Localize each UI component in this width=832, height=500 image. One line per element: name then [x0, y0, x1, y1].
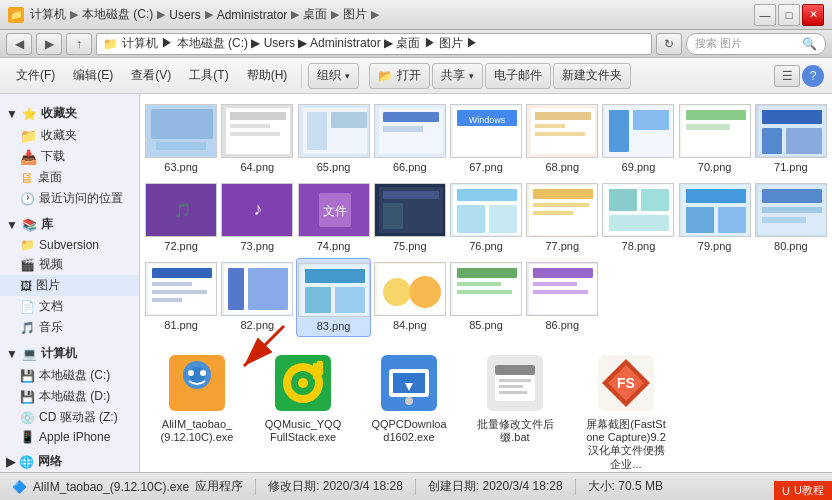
minimize-button[interactable]: —	[754, 4, 776, 26]
search-box[interactable]: 搜索 图片 🔍	[686, 33, 826, 55]
file-item-65[interactable]: 65.png	[296, 100, 370, 177]
sidebar-item-desktop[interactable]: 🖥 桌面	[0, 167, 139, 188]
sidebar-item-drive-z[interactable]: 💿 CD 驱动器 (Z:)	[0, 407, 139, 428]
sidebar-item-music[interactable]: 🎵 音乐	[0, 317, 139, 338]
qqmusic-icon	[271, 351, 335, 415]
file-item-75[interactable]: 75.png	[373, 179, 447, 256]
sidebar-item-iphone[interactable]: 📱 Apple iPhone	[0, 428, 139, 446]
new-folder-button[interactable]: 新建文件夹	[553, 63, 631, 89]
file-item-80[interactable]: 80.png	[754, 179, 828, 256]
up-button[interactable]: ↑	[66, 33, 92, 55]
address-path-field[interactable]: 📁 计算机 ▶ 本地磁盘 (C:) ▶ Users ▶ Administrato…	[96, 33, 652, 55]
status-icon: 🔷	[12, 480, 27, 494]
file-item-82[interactable]: 82.png	[220, 258, 294, 337]
qqmusic-name: QQMusic_YQQFullStack.exe	[263, 418, 343, 444]
modified-label: 修改日期: 2020/3/4 18:28	[268, 478, 403, 495]
sidebar-item-downloads[interactable]: 📥 下载	[0, 146, 139, 167]
sidebar-item-drive-c[interactable]: 💾 本地磁盘 (C:)	[0, 365, 139, 386]
file-item-81[interactable]: 81.png	[144, 258, 218, 337]
file-item-qqpcdownload[interactable]: QQPCDownload1602.exe	[364, 345, 454, 450]
file-item-faststone[interactable]: FS 屏幕截图(FastStone Capture)9.2汉化单文件便携企业..…	[576, 345, 676, 472]
sidebar-item-subversion[interactable]: 📁 Subversion	[0, 236, 139, 254]
file-item-67[interactable]: Windows 67.png	[449, 100, 523, 177]
sidebar-item-docs[interactable]: 📄 文档	[0, 296, 139, 317]
file-item-72[interactable]: 🎵 72.png	[144, 179, 218, 256]
back-button[interactable]: ◀	[6, 33, 32, 55]
watermark-text: U教程	[794, 483, 824, 498]
file-item-73[interactable]: ♪ 73.png	[220, 179, 294, 256]
email-button[interactable]: 电子邮件	[485, 63, 551, 89]
window-icon: 📁	[8, 7, 24, 23]
menu-help[interactable]: 帮助(H)	[239, 63, 296, 88]
close-button[interactable]: ✕	[802, 4, 824, 26]
file-item-86[interactable]: 86.png	[525, 258, 599, 337]
svg-rect-77	[152, 282, 192, 286]
menu-edit[interactable]: 编辑(E)	[65, 63, 121, 88]
aliim-icon	[165, 351, 229, 415]
file-name-81: 81.png	[148, 319, 214, 331]
svg-rect-87	[305, 287, 331, 313]
file-name-65: 65.png	[300, 161, 366, 173]
svg-point-109	[200, 370, 206, 376]
svg-text:文件: 文件	[323, 204, 347, 218]
svg-rect-52	[457, 205, 485, 233]
drive-c-icon: 💾	[20, 369, 35, 383]
open-button[interactable]: 📂 打开	[369, 63, 430, 89]
svg-rect-62	[641, 189, 669, 211]
svg-rect-11	[331, 112, 367, 128]
file-item-qqmusic[interactable]: QQMusic_YQQFullStack.exe	[258, 345, 348, 450]
file-item-79[interactable]: 79.png	[678, 179, 752, 256]
file-item-70[interactable]: 70.png	[678, 100, 752, 177]
music-icon: 🎵	[20, 321, 35, 335]
sidebar-network-header[interactable]: ▶ 🌐 网络	[0, 450, 139, 472]
sidebar-computer-header[interactable]: ▼ 💻 计算机	[0, 342, 139, 365]
file-item-71[interactable]: 71.png	[754, 100, 828, 177]
file-item-63[interactable]: 63.png	[144, 100, 218, 177]
file-item-76[interactable]: 76.png	[449, 179, 523, 256]
file-item-78[interactable]: 78.png	[601, 179, 675, 256]
file-name-77: 77.png	[529, 240, 595, 252]
menu-view[interactable]: 查看(V)	[123, 63, 179, 88]
main-content: ▼ ⭐ 收藏夹 📁 收藏夹 📥 下载 🖥 桌面 🕐 最近访问的位置	[0, 94, 832, 472]
share-button[interactable]: 共享 ▾	[432, 63, 483, 89]
svg-rect-35	[762, 110, 822, 124]
sidebar-item-recent[interactable]: 🕐 最近访问的位置	[0, 188, 139, 209]
organize-button[interactable]: 组织 ▾	[308, 63, 359, 89]
sidebar-favorites-header[interactable]: ▼ ⭐ 收藏夹	[0, 102, 139, 125]
file-item-64[interactable]: 64.png	[220, 100, 294, 177]
search-icon[interactable]: 🔍	[802, 37, 817, 51]
file-grid-area: 63.png 64.png 65.png 66.png	[140, 94, 832, 472]
menu-tools[interactable]: 工具(T)	[181, 63, 236, 88]
svg-rect-125	[499, 385, 523, 388]
forward-button[interactable]: ▶	[36, 33, 62, 55]
file-item-69[interactable]: 69.png	[601, 100, 675, 177]
faststone-icon: FS	[594, 351, 658, 415]
sidebar-item-pictures[interactable]: 🖼 图片	[0, 275, 139, 296]
svg-rect-123	[495, 365, 535, 375]
window-controls: — □ ✕	[754, 4, 824, 26]
view-toggle-button[interactable]: ☰	[774, 65, 800, 87]
svg-rect-73	[762, 217, 806, 223]
sidebar-item-video[interactable]: 🎬 视频	[0, 254, 139, 275]
file-item-85[interactable]: 85.png	[449, 258, 523, 337]
sidebar-item-favorites[interactable]: 📁 收藏夹	[0, 125, 139, 146]
sidebar-item-drive-d[interactable]: 💾 本地磁盘 (D:)	[0, 386, 139, 407]
file-item-aliim[interactable]: AliIM_taobao_(9.12.10C).exe	[152, 345, 242, 450]
svg-point-113	[298, 378, 308, 388]
help-icon-button[interactable]: ?	[802, 65, 824, 87]
file-name-85: 85.png	[453, 319, 519, 331]
file-item-83[interactable]: 83.png	[296, 258, 370, 337]
menu-file[interactable]: 文件(F)	[8, 63, 63, 88]
maximize-button[interactable]: □	[778, 4, 800, 26]
file-item-84[interactable]: 84.png	[373, 258, 447, 337]
file-item-66[interactable]: 66.png	[373, 100, 447, 177]
refresh-button[interactable]: ↻	[656, 33, 682, 55]
file-item-77[interactable]: 77.png	[525, 179, 599, 256]
file-item-68[interactable]: 68.png	[525, 100, 599, 177]
file-item-74[interactable]: 文件 74.png	[296, 179, 370, 256]
sidebar-library-header[interactable]: ▼ 📚 库	[0, 213, 139, 236]
recent-icon: 🕐	[20, 192, 35, 206]
thumb-84	[374, 262, 446, 316]
folder-icon: 📁	[20, 128, 37, 144]
file-item-batchrename[interactable]: 批量修改文件后缀.bat	[470, 345, 560, 450]
